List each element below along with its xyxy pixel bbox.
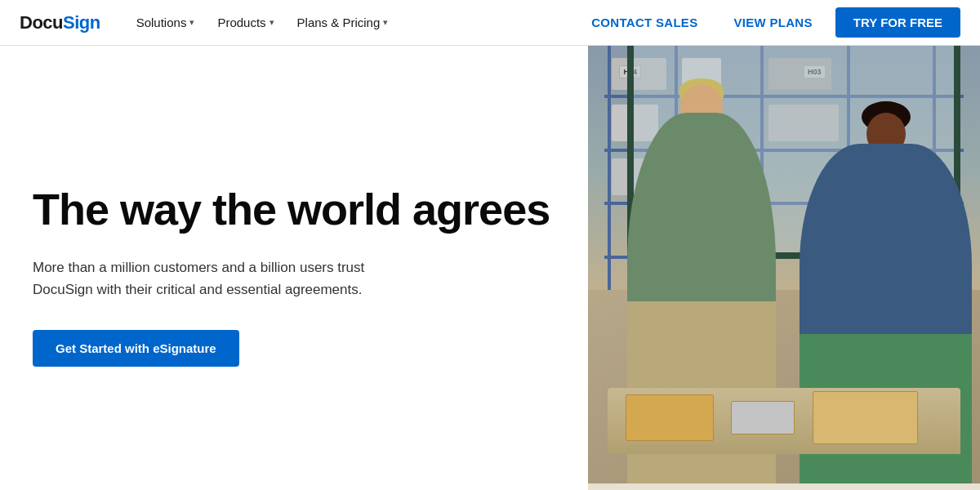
hero-title: The way the world agrees bbox=[33, 185, 555, 234]
main-content: The way the world agrees More than a mil… bbox=[0, 46, 980, 490]
chevron-down-icon: ▾ bbox=[189, 17, 194, 28]
try-for-free-button[interactable]: TRY FOR FREE bbox=[835, 7, 960, 38]
nav-solutions-label: Solutions bbox=[136, 16, 187, 29]
nav-right: CONTACT SALES VIEW PLANS TRY FOR FREE bbox=[578, 7, 960, 38]
get-started-button[interactable]: Get Started with eSignature bbox=[33, 330, 239, 367]
logo-text: DocuSign bbox=[20, 12, 100, 33]
chevron-down-icon: ▾ bbox=[383, 17, 388, 28]
nav-pricing[interactable]: Plans & Pricing ▾ bbox=[287, 11, 399, 34]
hero-section: The way the world agrees More than a mil… bbox=[0, 46, 588, 490]
view-plans-button[interactable]: VIEW PLANS bbox=[717, 9, 828, 36]
image-bottom-strip bbox=[588, 483, 980, 490]
nav-products-label: Products bbox=[217, 16, 265, 29]
hero-subtitle: More than a million customers and a bill… bbox=[33, 256, 392, 301]
table-box bbox=[813, 391, 919, 444]
table-item bbox=[731, 401, 795, 434]
table-box bbox=[626, 394, 714, 441]
nav-pricing-label: Plans & Pricing bbox=[297, 16, 381, 29]
contact-sales-link[interactable]: CONTACT SALES bbox=[578, 11, 710, 34]
chevron-down-icon: ▾ bbox=[270, 17, 274, 28]
nav-products[interactable]: Products ▾ bbox=[207, 11, 283, 34]
nav-solutions[interactable]: Solutions ▾ bbox=[127, 11, 205, 34]
image-background: H04 H03 bbox=[588, 46, 980, 490]
table-surface bbox=[608, 388, 960, 455]
shelf-support bbox=[608, 46, 611, 290]
logo[interactable]: DocuSign bbox=[20, 12, 100, 33]
primary-nav: Solutions ▾ Products ▾ Plans & Pricing ▾ bbox=[127, 11, 579, 34]
site-header: DocuSign Solutions ▾ Products ▾ Plans & … bbox=[0, 0, 980, 46]
hero-image: H04 H03 bbox=[588, 46, 980, 490]
